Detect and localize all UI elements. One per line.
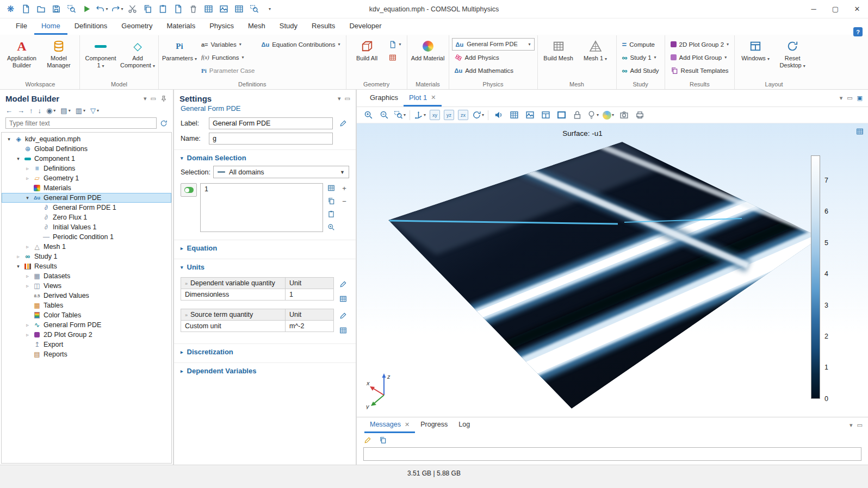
minimize-button[interactable]: ─: [803, 0, 824, 18]
create-selection-button[interactable]: [326, 183, 336, 193]
expander-icon[interactable]: ▹: [24, 166, 30, 171]
zx-view-button[interactable]: zx: [458, 110, 468, 120]
tree-item-geometry1[interactable]: ▹ ▱ Geometry 1: [2, 173, 171, 183]
reset-desktop-button[interactable]: Reset Desktop ▾: [774, 36, 810, 80]
view-lock-button[interactable]: [571, 109, 583, 121]
source-unit-value[interactable]: m^-2: [286, 321, 334, 332]
expander-icon[interactable]: ▹: [24, 332, 30, 337]
tree-item-mesh1[interactable]: ▹ △ Mesh 1: [2, 242, 171, 252]
duplicate-button[interactable]: [171, 2, 185, 16]
compute-button[interactable]: = Compute: [619, 38, 662, 51]
float-window-icon[interactable]: ▭: [151, 95, 156, 102]
parameters-button[interactable]: Pi Parameters ▾: [162, 36, 197, 80]
forward-button[interactable]: →: [17, 107, 24, 115]
move-up-button[interactable]: ↑: [29, 107, 33, 115]
float-window-icon[interactable]: ▭: [345, 95, 350, 102]
back-button[interactable]: ←: [5, 107, 13, 115]
plot-button[interactable]: [492, 109, 504, 121]
tree-item-root[interactable]: ▾ ◈ kdv_equation.mph: [2, 134, 171, 144]
print-button[interactable]: [634, 109, 646, 121]
tree-item-derived-values[interactable]: 8.5 Derived Values: [2, 291, 171, 301]
expander-icon[interactable]: ▹: [24, 176, 30, 181]
run-button[interactable]: [79, 2, 94, 16]
model-manager-button[interactable]: Model Manager: [41, 36, 77, 80]
expander-icon[interactable]: ▹: [24, 283, 30, 289]
plot-group-button[interactable]: 2D Plot Group 2 ▾: [668, 38, 731, 51]
undo-button[interactable]: ▾: [95, 2, 109, 16]
tree-item-results[interactable]: ▾ Results: [2, 261, 171, 271]
expand-all-button[interactable]: ▥▾: [76, 107, 85, 115]
close-tab-icon[interactable]: ✕: [405, 421, 410, 428]
default-view-button[interactable]: ▾: [414, 109, 426, 121]
variables-button[interactable]: a= Variables ▾: [199, 38, 258, 51]
domain-selection-header[interactable]: ▾ Domain Selection: [174, 150, 356, 165]
select-frame-button[interactable]: [555, 109, 567, 121]
windows-button[interactable]: Windows ▾: [737, 36, 773, 80]
expander-icon[interactable]: ▹: [24, 322, 30, 328]
tab-home[interactable]: Home: [34, 18, 67, 35]
messages-output[interactable]: [363, 447, 861, 461]
tab-definitions[interactable]: Definitions: [67, 18, 115, 35]
tab-graphics[interactable]: Graphics: [364, 90, 404, 107]
discretization-header[interactable]: ▸ Discretization: [174, 344, 356, 359]
expander-icon[interactable]: ▹: [15, 254, 21, 259]
close-button[interactable]: ✕: [846, 0, 868, 18]
zoom-extents-button[interactable]: ▾: [394, 109, 406, 121]
tab-log[interactable]: Log: [453, 417, 475, 433]
filter-button[interactable]: ▽▾: [90, 107, 99, 115]
paste-button[interactable]: [156, 2, 170, 16]
expander-icon[interactable]: ▾: [15, 156, 21, 161]
tree-item-study1[interactable]: ▹ ∞ Study 1: [2, 252, 171, 261]
float-window-icon[interactable]: ▭: [847, 95, 852, 102]
parameter-case-button[interactable]: Pi Parameter Case: [199, 64, 258, 77]
add-mathematics-button[interactable]: Δu Add Mathematics: [452, 64, 535, 77]
tab-study[interactable]: Study: [272, 18, 305, 35]
tab-progress[interactable]: Progress: [415, 417, 453, 433]
tab-geometry[interactable]: Geometry: [114, 18, 159, 35]
refresh-icon[interactable]: [160, 120, 168, 127]
rename-button[interactable]: [337, 117, 349, 129]
add-domain-button[interactable]: +: [339, 183, 349, 193]
edit-unit-table-button[interactable]: [337, 293, 349, 305]
component-button[interactable]: Component 1 ▾: [83, 36, 119, 80]
move-down-button[interactable]: ↓: [38, 107, 42, 115]
close-tab-icon[interactable]: ✕: [431, 94, 436, 101]
dependent-unit-value[interactable]: 1: [286, 289, 334, 301]
add-plot-group-button[interactable]: Add Plot Group ▾: [668, 51, 731, 64]
geometry-import-button[interactable]: ▾: [386, 38, 404, 51]
redo-button[interactable]: ▾: [110, 2, 125, 16]
tree-item-general-form-pde[interactable]: ▾ Δu General Form PDE: [2, 193, 171, 203]
tree-item-views[interactable]: ▹ ◫ Views: [2, 281, 171, 291]
pin-icon[interactable]: [160, 95, 168, 103]
tree-item-export[interactable]: ↥ Export: [2, 340, 171, 349]
plot-window-button[interactable]: [540, 109, 551, 121]
tree-item-materials[interactable]: Materials: [2, 183, 171, 193]
tree-item-tables[interactable]: ▦ Tables: [2, 301, 171, 310]
units-header[interactable]: ▾ Units: [174, 259, 356, 274]
yz-view-button[interactable]: yz: [444, 110, 454, 120]
edit-unit-table-button[interactable]: [337, 324, 349, 336]
tab-plot1[interactable]: Plot 1 ✕: [404, 90, 441, 107]
paste-selection-button[interactable]: [326, 209, 336, 219]
tab-mesh[interactable]: Mesh: [241, 18, 272, 35]
clear-messages-button[interactable]: [362, 435, 373, 446]
copy-selection-button[interactable]: [326, 196, 336, 206]
edit-quantity-button[interactable]: [337, 278, 349, 290]
selection-dropdown[interactable]: All domains ▼: [213, 166, 349, 178]
mesh1-button[interactable]: Mesh 1 ▾: [578, 36, 613, 80]
active-toggle-button[interactable]: [181, 183, 197, 197]
preview-button[interactable]: [64, 2, 79, 16]
copy-image-button[interactable]: [216, 2, 231, 16]
domain-list[interactable]: 1: [200, 183, 323, 232]
remove-domain-button[interactable]: −: [339, 196, 349, 206]
delete-button[interactable]: [186, 2, 201, 16]
tree-item-reports[interactable]: ▤ Reports: [2, 349, 171, 359]
tree-item-general-form-pde1[interactable]: ∂ General Form PDE 1: [2, 203, 171, 212]
chevron-down-icon[interactable]: ▾: [850, 422, 853, 429]
graphics-canvas[interactable]: Surface: -u1: [357, 123, 868, 417]
chevron-down-icon[interactable]: ▾: [144, 95, 147, 102]
copy-messages-button[interactable]: [377, 435, 388, 446]
copy-button[interactable]: [140, 2, 155, 16]
tree-item-periodic-condition1[interactable]: — Periodic Condition 1: [2, 232, 171, 242]
tree-item-global-definitions[interactable]: ⊕ Global Definitions: [2, 144, 171, 154]
